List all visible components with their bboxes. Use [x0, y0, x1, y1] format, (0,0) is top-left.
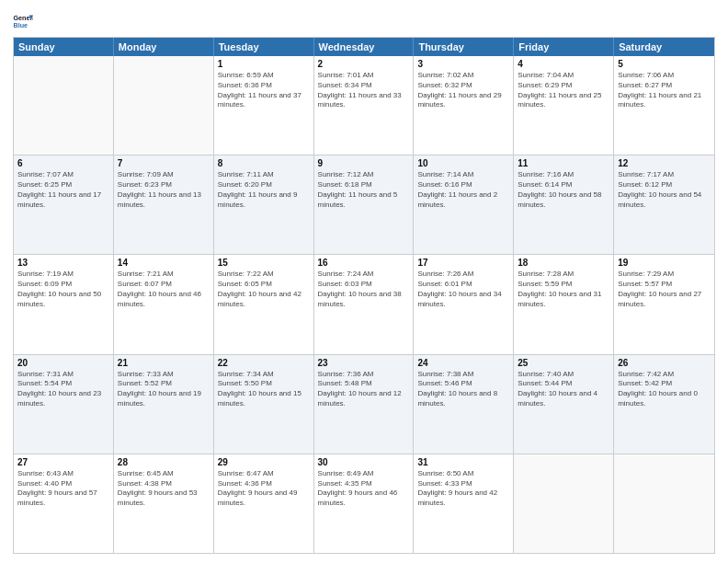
logo: General Blue	[13, 11, 35, 31]
day-number: 15	[218, 258, 310, 268]
day-number: 3	[417, 59, 509, 69]
calendar-cell: 24Sunrise: 7:38 AM Sunset: 5:46 PM Dayli…	[414, 355, 514, 454]
calendar-cell: 25Sunrise: 7:40 AM Sunset: 5:44 PM Dayli…	[514, 355, 614, 454]
calendar-row: 6Sunrise: 7:07 AM Sunset: 6:25 PM Daylig…	[14, 155, 714, 254]
calendar-cell: 1Sunrise: 6:59 AM Sunset: 6:36 PM Daylig…	[214, 56, 314, 155]
calendar-cell	[514, 454, 614, 553]
day-info: Sunrise: 6:49 AM Sunset: 4:35 PM Dayligh…	[318, 469, 410, 509]
day-number: 7	[118, 158, 210, 168]
day-number: 9	[318, 158, 410, 168]
calendar-cell: 21Sunrise: 7:33 AM Sunset: 5:52 PM Dayli…	[114, 355, 214, 454]
day-number: 2	[318, 59, 410, 69]
day-number: 26	[618, 358, 711, 368]
calendar-cell: 2Sunrise: 7:01 AM Sunset: 6:34 PM Daylig…	[314, 56, 415, 155]
calendar-cell	[14, 56, 114, 155]
day-info: Sunrise: 7:07 AM Sunset: 6:25 PM Dayligh…	[17, 170, 109, 210]
day-number: 20	[17, 358, 109, 368]
day-number: 18	[518, 258, 609, 268]
day-number: 8	[218, 158, 310, 168]
header: General Blue	[13, 11, 715, 31]
day-number: 10	[417, 158, 509, 168]
day-info: Sunrise: 7:38 AM Sunset: 5:46 PM Dayligh…	[417, 370, 509, 409]
calendar-cell: 29Sunrise: 6:47 AM Sunset: 4:36 PM Dayli…	[214, 454, 314, 553]
day-number: 17	[417, 258, 509, 268]
calendar-cell: 30Sunrise: 6:49 AM Sunset: 4:35 PM Dayli…	[314, 454, 415, 553]
calendar-body: 1Sunrise: 6:59 AM Sunset: 6:36 PM Daylig…	[14, 56, 714, 553]
day-info: Sunrise: 7:29 AM Sunset: 5:57 PM Dayligh…	[618, 270, 711, 309]
day-info: Sunrise: 6:43 AM Sunset: 4:40 PM Dayligh…	[17, 469, 109, 509]
day-info: Sunrise: 7:17 AM Sunset: 6:12 PM Dayligh…	[618, 170, 711, 210]
calendar-cell: 26Sunrise: 7:42 AM Sunset: 5:42 PM Dayli…	[614, 355, 714, 454]
calendar-cell: 4Sunrise: 7:04 AM Sunset: 6:29 PM Daylig…	[514, 56, 614, 155]
calendar-cell: 28Sunrise: 6:45 AM Sunset: 4:38 PM Dayli…	[114, 454, 214, 553]
calendar-cell: 7Sunrise: 7:09 AM Sunset: 6:23 PM Daylig…	[114, 155, 214, 254]
calendar-cell: 12Sunrise: 7:17 AM Sunset: 6:12 PM Dayli…	[614, 155, 714, 254]
calendar-day-header: Monday	[114, 38, 214, 56]
calendar-header: SundayMondayTuesdayWednesdayThursdayFrid…	[14, 38, 714, 56]
day-number: 6	[17, 158, 109, 168]
day-number: 19	[618, 258, 711, 268]
day-info: Sunrise: 6:50 AM Sunset: 4:33 PM Dayligh…	[417, 469, 509, 509]
calendar-day-header: Wednesday	[314, 38, 415, 56]
svg-text:Blue: Blue	[14, 22, 28, 29]
calendar-cell: 16Sunrise: 7:24 AM Sunset: 6:03 PM Dayli…	[314, 255, 415, 353]
day-info: Sunrise: 7:14 AM Sunset: 6:16 PM Dayligh…	[417, 170, 509, 210]
calendar-cell: 22Sunrise: 7:34 AM Sunset: 5:50 PM Dayli…	[214, 355, 314, 454]
day-number: 23	[318, 358, 410, 368]
day-info: Sunrise: 7:22 AM Sunset: 6:05 PM Dayligh…	[218, 270, 310, 309]
calendar-cell: 18Sunrise: 7:28 AM Sunset: 5:59 PM Dayli…	[514, 255, 614, 353]
day-number: 30	[318, 457, 410, 467]
day-info: Sunrise: 7:06 AM Sunset: 6:27 PM Dayligh…	[618, 71, 711, 110]
calendar-cell: 17Sunrise: 7:26 AM Sunset: 6:01 PM Dayli…	[414, 255, 514, 353]
day-info: Sunrise: 7:42 AM Sunset: 5:42 PM Dayligh…	[618, 370, 711, 409]
day-info: Sunrise: 6:59 AM Sunset: 6:36 PM Dayligh…	[218, 71, 310, 110]
calendar-day-header: Sunday	[14, 38, 114, 56]
logo-icon: General Blue	[13, 11, 33, 31]
day-number: 24	[417, 358, 509, 368]
day-number: 5	[618, 59, 711, 69]
day-number: 16	[318, 258, 410, 268]
calendar-row: 1Sunrise: 6:59 AM Sunset: 6:36 PM Daylig…	[14, 56, 714, 155]
day-number: 27	[17, 457, 109, 467]
calendar-cell: 23Sunrise: 7:36 AM Sunset: 5:48 PM Dayli…	[314, 355, 415, 454]
day-number: 11	[518, 158, 609, 168]
day-info: Sunrise: 7:33 AM Sunset: 5:52 PM Dayligh…	[118, 370, 210, 409]
calendar-cell: 15Sunrise: 7:22 AM Sunset: 6:05 PM Dayli…	[214, 255, 314, 353]
calendar-row: 13Sunrise: 7:19 AM Sunset: 6:09 PM Dayli…	[14, 254, 714, 353]
day-number: 25	[518, 358, 609, 368]
day-info: Sunrise: 6:47 AM Sunset: 4:36 PM Dayligh…	[218, 469, 310, 509]
day-info: Sunrise: 7:02 AM Sunset: 6:32 PM Dayligh…	[417, 71, 509, 110]
day-number: 21	[118, 358, 210, 368]
calendar-cell: 14Sunrise: 7:21 AM Sunset: 6:07 PM Dayli…	[114, 255, 214, 353]
calendar-cell: 3Sunrise: 7:02 AM Sunset: 6:32 PM Daylig…	[414, 56, 514, 155]
day-info: Sunrise: 7:11 AM Sunset: 6:20 PM Dayligh…	[218, 170, 310, 210]
day-number: 1	[218, 59, 310, 69]
calendar-cell: 31Sunrise: 6:50 AM Sunset: 4:33 PM Dayli…	[414, 454, 514, 553]
calendar-row: 20Sunrise: 7:31 AM Sunset: 5:54 PM Dayli…	[14, 354, 714, 454]
day-number: 28	[118, 457, 210, 467]
day-number: 22	[218, 358, 310, 368]
calendar: SundayMondayTuesdayWednesdayThursdayFrid…	[13, 37, 715, 554]
calendar-cell: 20Sunrise: 7:31 AM Sunset: 5:54 PM Dayli…	[14, 355, 114, 454]
day-info: Sunrise: 7:16 AM Sunset: 6:14 PM Dayligh…	[518, 170, 609, 210]
calendar-row: 27Sunrise: 6:43 AM Sunset: 4:40 PM Dayli…	[14, 454, 714, 553]
day-info: Sunrise: 7:34 AM Sunset: 5:50 PM Dayligh…	[218, 370, 310, 409]
day-info: Sunrise: 6:45 AM Sunset: 4:38 PM Dayligh…	[118, 469, 210, 509]
calendar-cell	[114, 56, 214, 155]
day-number: 29	[218, 457, 310, 467]
day-info: Sunrise: 7:19 AM Sunset: 6:09 PM Dayligh…	[17, 270, 109, 309]
day-number: 14	[118, 258, 210, 268]
day-info: Sunrise: 7:04 AM Sunset: 6:29 PM Dayligh…	[518, 71, 609, 110]
calendar-cell: 5Sunrise: 7:06 AM Sunset: 6:27 PM Daylig…	[614, 56, 714, 155]
calendar-cell: 27Sunrise: 6:43 AM Sunset: 4:40 PM Dayli…	[14, 454, 114, 553]
calendar-cell: 8Sunrise: 7:11 AM Sunset: 6:20 PM Daylig…	[214, 155, 314, 254]
calendar-cell: 6Sunrise: 7:07 AM Sunset: 6:25 PM Daylig…	[14, 155, 114, 254]
calendar-day-header: Saturday	[614, 38, 714, 56]
day-info: Sunrise: 7:09 AM Sunset: 6:23 PM Dayligh…	[118, 170, 210, 210]
day-info: Sunrise: 7:12 AM Sunset: 6:18 PM Dayligh…	[318, 170, 410, 210]
calendar-cell: 10Sunrise: 7:14 AM Sunset: 6:16 PM Dayli…	[414, 155, 514, 254]
calendar-cell	[614, 454, 714, 553]
day-number: 4	[518, 59, 609, 69]
day-info: Sunrise: 7:28 AM Sunset: 5:59 PM Dayligh…	[518, 270, 609, 309]
calendar-cell: 13Sunrise: 7:19 AM Sunset: 6:09 PM Dayli…	[14, 255, 114, 353]
